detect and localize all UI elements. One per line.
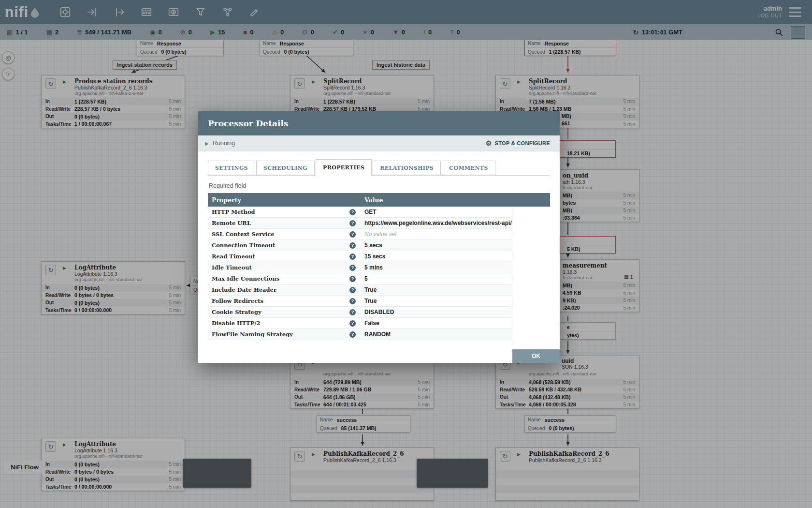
stop-configure-label: STOP & CONFIGURE bbox=[495, 140, 550, 146]
property-name: Include Date Header bbox=[212, 286, 276, 293]
property-row: Read Timeout?15 secs bbox=[208, 251, 512, 262]
property-row bbox=[208, 340, 512, 344]
property-name: Follow Redirects bbox=[212, 298, 263, 304]
help-icon[interactable]: ? bbox=[349, 331, 356, 338]
property-name: Remote URL bbox=[212, 220, 251, 226]
help-icon[interactable]: ? bbox=[349, 276, 356, 282]
property-column-header: Property bbox=[208, 196, 361, 204]
tab-relationships[interactable]: RELATIONSHIPS bbox=[373, 161, 441, 175]
run-status-icon: ▶ bbox=[205, 141, 209, 146]
property-name: Disable HTTP/2 bbox=[212, 320, 260, 327]
property-row: Follow Redirects?True bbox=[208, 296, 512, 307]
property-value: True bbox=[361, 286, 512, 293]
table-scroll-gutter[interactable] bbox=[512, 207, 550, 344]
property-value: DISABLED bbox=[361, 309, 512, 315]
processor-details-dialog: Processor Details ▶ Running ⚙ STOP & CON… bbox=[198, 111, 560, 363]
property-name: Read Timeout bbox=[212, 253, 255, 260]
property-row: HTTP Method?GET bbox=[208, 207, 512, 218]
tab-comments[interactable]: COMMENTS bbox=[442, 161, 495, 175]
property-value: 5 bbox=[361, 275, 512, 282]
help-icon[interactable]: ? bbox=[349, 254, 356, 260]
run-status-label: Running bbox=[213, 140, 235, 147]
property-value: 15 secs bbox=[361, 253, 512, 260]
property-cell: HTTP Method? bbox=[208, 209, 361, 215]
property-row: Idle Timeout?5 mins bbox=[208, 262, 512, 273]
properties-table-header: Property Value bbox=[208, 193, 550, 207]
property-value: 5 mins bbox=[361, 264, 512, 271]
tab-properties[interactable]: PROPERTIES bbox=[316, 159, 372, 176]
property-row: Remote URL?https://www.pegelonline.wsv.d… bbox=[208, 218, 512, 229]
help-icon[interactable]: ? bbox=[349, 231, 356, 238]
help-icon[interactable]: ? bbox=[349, 220, 356, 226]
stop-configure-button[interactable]: ⚙ STOP & CONFIGURE bbox=[483, 139, 553, 148]
property-cell: Connection Timeout? bbox=[208, 242, 361, 249]
stop-configure-icon: ⚙ bbox=[486, 139, 492, 147]
tab-settings[interactable]: SETTINGS bbox=[208, 161, 255, 175]
property-value: GET bbox=[361, 209, 512, 215]
property-row: FlowFile Naming Strategy?RANDOM bbox=[208, 329, 512, 340]
property-name: Cookie Strategy bbox=[212, 309, 261, 315]
property-name: FlowFile Naming Strategy bbox=[212, 331, 293, 338]
property-name: Max Idle Connections bbox=[212, 275, 279, 282]
property-name: Connection Timeout bbox=[212, 242, 275, 249]
property-cell: Follow Redirects? bbox=[208, 298, 361, 304]
tab-scheduling[interactable]: SCHEDULING bbox=[256, 161, 315, 175]
help-icon[interactable]: ? bbox=[349, 309, 356, 315]
help-icon[interactable]: ? bbox=[349, 298, 356, 304]
value-column-header: Value bbox=[361, 196, 383, 204]
properties-table-body: HTTP Method?GETRemote URL?https://www.pe… bbox=[208, 207, 550, 344]
property-row: SSL Context Service?No value set bbox=[208, 229, 512, 240]
help-icon[interactable]: ? bbox=[349, 287, 356, 293]
property-row: Connection Timeout?5 secs bbox=[208, 240, 512, 251]
dialog-tabs: SETTINGSSCHEDULINGPROPERTIESRELATIONSHIP… bbox=[208, 159, 550, 176]
run-status-bar: ▶ Running ⚙ STOP & CONFIGURE bbox=[198, 135, 560, 151]
property-row: Cookie Strategy?DISABLED bbox=[208, 307, 512, 318]
property-value: RANDOM bbox=[361, 331, 512, 338]
property-cell: Max Idle Connections? bbox=[208, 275, 361, 282]
property-name: Idle Timeout bbox=[212, 264, 252, 271]
property-row: Include Date Header?True bbox=[208, 284, 512, 296]
property-row: Disable HTTP/2?False bbox=[208, 318, 512, 329]
property-value: No value set bbox=[361, 231, 512, 238]
help-icon[interactable]: ? bbox=[349, 265, 356, 271]
property-cell: SSL Context Service? bbox=[208, 231, 361, 238]
help-icon[interactable]: ? bbox=[349, 209, 356, 215]
property-cell: FlowFile Naming Strategy? bbox=[208, 331, 361, 338]
property-value: True bbox=[361, 298, 512, 304]
property-name: SSL Context Service bbox=[212, 231, 274, 238]
property-cell: Read Timeout? bbox=[208, 253, 361, 260]
property-cell: Cookie Strategy? bbox=[208, 309, 361, 315]
property-cell: Remote URL? bbox=[208, 220, 361, 226]
help-icon[interactable]: ? bbox=[349, 320, 356, 327]
property-name: HTTP Method bbox=[212, 209, 255, 215]
required-field-note: Required field bbox=[209, 182, 549, 189]
ok-button[interactable]: OK bbox=[512, 349, 560, 363]
dialog-title: Processor Details bbox=[198, 111, 560, 135]
property-value: False bbox=[361, 320, 512, 327]
property-cell: Include Date Header? bbox=[208, 286, 361, 293]
property-row: Max Idle Connections?5 bbox=[208, 273, 512, 284]
property-cell: Idle Timeout? bbox=[208, 264, 361, 271]
property-cell: Disable HTTP/2? bbox=[208, 320, 361, 327]
property-value: https://www.pegelonline.wsv.de/webservic… bbox=[361, 220, 512, 226]
property-value: 5 secs bbox=[361, 242, 512, 249]
help-icon[interactable]: ? bbox=[349, 242, 356, 249]
dialog-content: SETTINGSSCHEDULINGPROPERTIESRELATIONSHIP… bbox=[198, 151, 560, 344]
nifi-application-window: { "header": { "logo": "nifi", "user": "a… bbox=[0, 0, 812, 508]
